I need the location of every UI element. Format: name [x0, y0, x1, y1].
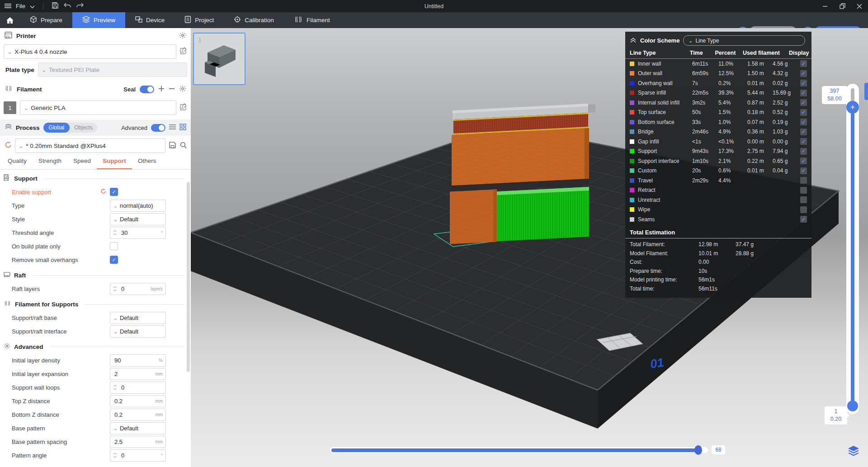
tab-calibration[interactable]: Calibration	[224, 12, 284, 28]
base-pattern-spacing-input[interactable]: 2.5 mm	[110, 436, 166, 448]
display-checkbox[interactable]: ✓	[800, 109, 807, 116]
stepper-arrows-icon[interactable]	[113, 230, 117, 235]
support-wall-loops-stepper[interactable]: 0	[110, 381, 166, 394]
scope-objects[interactable]: Objects	[70, 124, 97, 131]
tab-project[interactable]: Project	[175, 12, 224, 28]
display-checkbox[interactable]: ✓	[800, 187, 807, 194]
pattern-angle-value: 0	[117, 452, 124, 459]
home-button[interactable]	[0, 12, 20, 28]
tab-speed[interactable]: Speed	[67, 154, 97, 169]
search-preset-icon[interactable]	[179, 141, 187, 151]
maximize-button[interactable]	[834, 0, 851, 12]
display-checkbox[interactable]: ✓	[800, 90, 807, 96]
filament-settings-gear-icon[interactable]	[179, 85, 186, 94]
layers-view-icon[interactable]	[847, 445, 860, 459]
tab-strength[interactable]: Strength	[33, 154, 67, 169]
top-z-distance-input[interactable]: 0.2 mm	[110, 395, 166, 407]
display-checkbox[interactable]: ✓	[800, 216, 807, 223]
tab-prepare[interactable]: Prepare	[20, 12, 72, 28]
layer-bottom-handle[interactable]	[847, 400, 858, 411]
estimation-row: Model Filament: 10.01 m 28.88 g	[625, 249, 811, 258]
color-scheme-value: Line Type	[695, 38, 719, 44]
advanced-toggle[interactable]	[151, 124, 165, 132]
base-pattern-label: Base pattern	[12, 425, 45, 432]
filament-select[interactable]: ⌄ Generic PLA	[20, 100, 176, 115]
support-type-select[interactable]: ⌄ normal(auto)	[110, 200, 166, 212]
add-filament-icon[interactable]	[158, 86, 165, 93]
display-checkbox[interactable]: ✓	[800, 206, 807, 213]
display-checkbox[interactable]: ✓	[800, 119, 807, 125]
slider-handle[interactable]	[694, 445, 702, 455]
plate-type-select[interactable]: ⌄ Textured PEI Plate	[38, 62, 187, 77]
bottom-z-distance-label: Bottom Z distance	[12, 411, 59, 418]
raft-layers-stepper[interactable]: 0 layers	[110, 283, 166, 295]
parameter-grid-icon[interactable]	[179, 124, 186, 132]
tab-quality[interactable]: Quality	[2, 154, 33, 169]
display-checkbox[interactable]: ✓	[800, 167, 807, 174]
display-checkbox[interactable]: ✓	[800, 99, 807, 106]
color-scheme-select[interactable]: ⌄ Line Type	[683, 35, 805, 46]
horizontal-progress-slider[interactable]	[330, 447, 708, 453]
tab-others[interactable]: Others	[132, 154, 162, 169]
estimation-label: Model Filament:	[630, 250, 698, 257]
initial-layer-expansion-input[interactable]: 2 mm	[110, 368, 166, 380]
base-pattern-spacing-value: 2.5	[110, 438, 123, 445]
parameter-list-icon[interactable]	[169, 124, 176, 132]
seal-toggle[interactable]	[140, 86, 154, 93]
edit-filament-icon[interactable]	[180, 103, 187, 112]
tab-device[interactable]: Device	[125, 12, 175, 28]
printer-model-select[interactable]: ⌄ X-Plus 4 0.4 nozzle	[4, 44, 176, 59]
display-checkbox[interactable]: ✓	[800, 196, 807, 203]
stepper-arrows-icon[interactable]	[113, 385, 117, 390]
remove-small-overhangs-checkbox[interactable]	[110, 256, 118, 264]
threshold-angle-stepper[interactable]: 30 °	[110, 227, 166, 239]
initial-layer-density-input[interactable]: 90 %	[110, 354, 166, 367]
plate-thumbnail[interactable]: 1	[193, 33, 245, 85]
bottom-z-distance-input[interactable]: 0.2 mm	[110, 409, 166, 421]
tab-filament[interactable]: Filament	[284, 12, 340, 28]
line-type-time: 2m29s	[692, 177, 718, 184]
edge-scroll-indicator[interactable]	[864, 83, 868, 100]
minimize-button[interactable]	[816, 0, 834, 12]
layer-range-slider[interactable]: +	[846, 84, 859, 414]
display-checkbox[interactable]: ✓	[800, 177, 807, 184]
display-checkbox[interactable]: ✓	[800, 70, 807, 77]
reset-preset-icon[interactable]	[5, 141, 12, 150]
tab-support[interactable]: Support	[97, 154, 132, 169]
printer-settings-gear-icon[interactable]	[179, 32, 186, 40]
tab-preview[interactable]: Preview	[72, 12, 125, 28]
on-build-plate-only-checkbox[interactable]	[110, 242, 118, 250]
display-checkbox[interactable]: ✓	[800, 129, 807, 135]
panel-scrollbar[interactable]	[187, 182, 190, 372]
save-preset-icon[interactable]	[169, 141, 176, 151]
scope-global[interactable]: Global	[43, 123, 70, 133]
close-button[interactable]	[851, 0, 868, 12]
reset-enable-support-icon[interactable]	[100, 188, 106, 196]
line-type-time: 33s	[692, 119, 718, 125]
edit-printer-icon[interactable]	[180, 47, 187, 56]
layer-top-handle[interactable]: +	[846, 101, 859, 114]
preview-3d-viewport[interactable]: 01	[191, 28, 868, 467]
enable-support-checkbox[interactable]	[110, 188, 118, 196]
bottom-z-distance-unit: mm	[155, 412, 163, 417]
sliced-model[interactable]	[450, 103, 595, 244]
support-style-select[interactable]: ⌄ Default	[110, 213, 166, 225]
stepper-arrows-icon[interactable]	[113, 286, 117, 291]
base-pattern-select[interactable]: ⌄ Default	[110, 422, 166, 434]
support-type-value: normal(auto)	[120, 202, 153, 209]
display-checkbox[interactable]: ✓	[800, 138, 807, 145]
line-type-label: Top surface	[638, 109, 692, 115]
display-checkbox[interactable]: ✓	[800, 80, 807, 86]
remove-filament-icon[interactable]	[169, 86, 175, 93]
display-checkbox[interactable]: ✓	[800, 157, 807, 164]
process-preset-select[interactable]: ⌄ * 0.20mm Standard @XPlus4	[15, 138, 165, 153]
display-checkbox[interactable]: ✓	[800, 60, 807, 67]
line-type-length: 0.01 m	[747, 80, 773, 86]
collapse-chevrons-icon[interactable]	[630, 37, 637, 45]
stepper-arrows-icon[interactable]	[113, 453, 117, 458]
filament-slot-number[interactable]: 1	[4, 101, 16, 114]
support-raft-base-select[interactable]: ⌄ Default	[110, 312, 166, 324]
display-checkbox[interactable]: ✓	[800, 148, 807, 155]
pattern-angle-stepper[interactable]: 0 °	[110, 449, 166, 462]
support-raft-interface-select[interactable]: ⌄ Default	[110, 325, 166, 338]
